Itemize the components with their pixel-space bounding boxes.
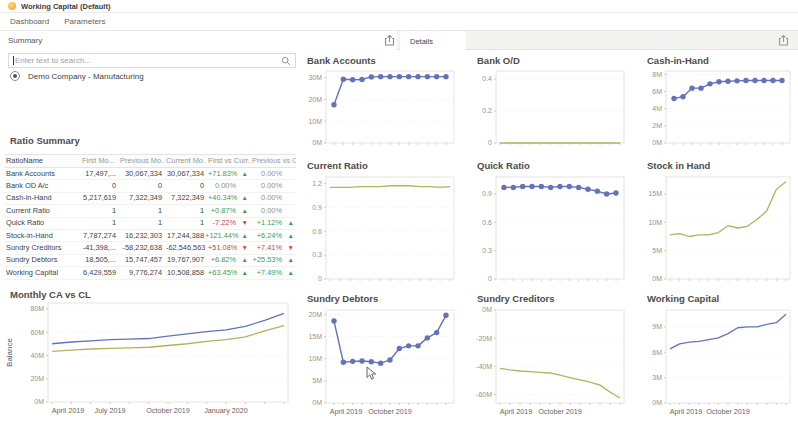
svg-text:April 2019: April 2019 (52, 406, 84, 415)
search-input[interactable]: Enter text to search... (8, 53, 296, 68)
table-row[interactable]: Sundry Debtors18,505,...15,747,45719,767… (4, 255, 296, 267)
column-header[interactable]: First Mo... (80, 155, 118, 167)
summary-caption: Summary (8, 36, 42, 45)
text-caret (13, 56, 14, 65)
table-row[interactable]: Working Capital6,429,5599,776,27410,508,… (4, 267, 296, 279)
value-cell: 0 (80, 180, 118, 192)
value-cell: 1 (80, 217, 118, 229)
menu-bar: Dashboard Parameters (0, 13, 798, 31)
chart-title: Bank Accounts (307, 55, 376, 66)
radio-selected-icon[interactable] (10, 71, 20, 81)
details-tab-bar: Details (397, 31, 798, 50)
export-details-button[interactable] (777, 34, 790, 47)
value-cell: 30,067,334 (118, 168, 164, 180)
chart-monthly-ca-vs-cl[interactable]: 0M20M40M60M80MApril 2019July 2019October… (2, 299, 294, 417)
percent-cell: -7.22%▼ (206, 217, 250, 229)
table-row[interactable]: Stock-in-Hand7,787,27416,232,30317,244,3… (4, 230, 296, 242)
ratio-name-cell: Quick Ratio (4, 217, 80, 229)
table-row[interactable]: Bank OD A/c0000.00%0.00% (4, 180, 296, 192)
percent-cell: 0.00% (250, 180, 296, 192)
svg-text:October 2019: October 2019 (368, 407, 412, 416)
svg-text:6M: 6M (652, 88, 662, 95)
percent-cell: +6.82%▲ (206, 254, 250, 266)
chart-cash-in-hand[interactable]: 0M2M4M6M8M (642, 67, 796, 147)
export-icon (383, 34, 396, 47)
percent-cell: +7.41%▼ (250, 242, 296, 254)
table-row[interactable]: Bank Accounts17,497,...30,067,33430,067,… (4, 168, 296, 180)
chart-sundry-debtors[interactable]: 0M5M10M15M20MApril 2019October 2019 (302, 306, 460, 418)
svg-text:October 2019: October 2019 (538, 407, 582, 416)
svg-text:0.3: 0.3 (482, 247, 492, 254)
value-cell: 7,322,349 (118, 192, 164, 204)
chart-current-ratio[interactable]: 00.30.60.91.2 (302, 173, 460, 283)
trend-up-icon: ▲ (285, 230, 294, 242)
chart-quick-ratio[interactable]: 00.30.60.9 (472, 173, 630, 283)
export-summary-button[interactable] (383, 34, 396, 47)
trend-up-icon: ▲ (240, 168, 248, 180)
chart-title: Cash-in-Hand (647, 55, 709, 66)
svg-text:5M: 5M (312, 377, 322, 384)
chart-sundry-creditors[interactable]: 0M-20M-40M-60MApril 2019October 2019 (472, 306, 630, 418)
value-cell: 1 (80, 205, 118, 217)
percent-value: 0.00% (261, 205, 282, 217)
table-row[interactable]: Quick Ratio111-7.22%▼+1.12%▲ (4, 218, 296, 230)
value-cell: 9,776,274 (118, 267, 164, 279)
svg-text:40M: 40M (30, 352, 44, 359)
search-placeholder: Enter text to search... (15, 56, 281, 65)
value-cell: 7,322,349 (164, 192, 206, 204)
column-header[interactable]: Current Mo... (164, 155, 206, 167)
value-cell: 7,787,274 (80, 230, 118, 242)
window-title: Working Capital (Default) (21, 2, 110, 11)
svg-text:4M: 4M (652, 105, 662, 112)
percent-value: +25.53% (253, 254, 282, 266)
percent-cell: +0.87%▲ (206, 205, 250, 217)
svg-text:0M: 0M (652, 275, 662, 282)
column-header[interactable]: Previous vs Cur... (250, 155, 296, 167)
value-cell: 10,508,858 (164, 267, 206, 279)
svg-text:20M: 20M (308, 311, 322, 318)
ratio-name-cell: Current Ratio (4, 205, 80, 217)
percent-value: +51.08% (208, 242, 237, 254)
value-cell: -62,546,563 (164, 242, 206, 254)
ratio-name-cell: Sundry Creditors (4, 242, 80, 254)
svg-text:-60M: -60M (476, 391, 492, 398)
svg-text:30M: 30M (308, 74, 322, 81)
column-header[interactable]: RatioName (4, 155, 80, 167)
tab-details[interactable]: Details (400, 31, 466, 51)
table-header-row: RatioNameFirst Mo...Previous Mo...Curren… (4, 154, 296, 168)
svg-text:0M: 0M (652, 139, 662, 146)
table-row[interactable]: Current Ratio111+0.87%▲0.00% (4, 205, 296, 217)
svg-text:0M: 0M (482, 306, 492, 313)
summary-caption-bar: Summary (0, 31, 397, 50)
column-header[interactable]: First vs Curr... (206, 155, 250, 167)
chart-bank-accounts[interactable]: 0M10M20M30M (302, 67, 460, 147)
svg-text:0: 0 (318, 275, 322, 282)
tree-item-company[interactable]: Demo Company - Manufacturing (10, 71, 144, 81)
trend-up-icon: ▲ (285, 267, 294, 279)
svg-text:0M: 0M (312, 399, 322, 406)
table-row[interactable]: Cash-in-Hand5,217,6197,322,3497,322,349+… (4, 193, 296, 205)
chart-stock-in-hand[interactable]: 0M5M10M15M (642, 173, 796, 283)
value-cell: 18,505,... (80, 254, 118, 266)
ratio-name-cell: Bank Accounts (4, 168, 80, 180)
svg-text:3M: 3M (652, 374, 662, 381)
ratio-table: RatioNameFirst Mo...Previous Mo...Curren… (4, 154, 296, 280)
chart-bank-od[interactable]: 00.20.4 (472, 67, 630, 147)
tab-parameters[interactable]: Parameters (64, 17, 105, 26)
percent-cell: +6.24%▲ (250, 230, 296, 242)
svg-text:10M: 10M (648, 219, 662, 226)
percent-cell: 0.00% (250, 205, 296, 217)
column-header[interactable]: Previous Mo... (118, 155, 164, 167)
chart-working-capital[interactable]: 0M3M6M9MApril 2019October 2019 (642, 306, 796, 418)
ratio-name-cell: Cash-in-Hand (4, 192, 80, 204)
table-row[interactable]: Sundry Creditors-41,398,...-58,232,638-6… (4, 242, 296, 254)
value-cell: 17,497,... (80, 168, 118, 180)
tab-dashboard[interactable]: Dashboard (10, 17, 49, 26)
percent-value: +121.44% (206, 230, 239, 242)
value-cell: 1 (164, 205, 206, 217)
svg-text:0M: 0M (34, 398, 44, 405)
trend-down-icon: ▼ (285, 242, 294, 254)
svg-text:0.9: 0.9 (312, 204, 322, 211)
percent-cell: +1.12%▲ (250, 217, 296, 229)
svg-text:0: 0 (488, 139, 492, 146)
